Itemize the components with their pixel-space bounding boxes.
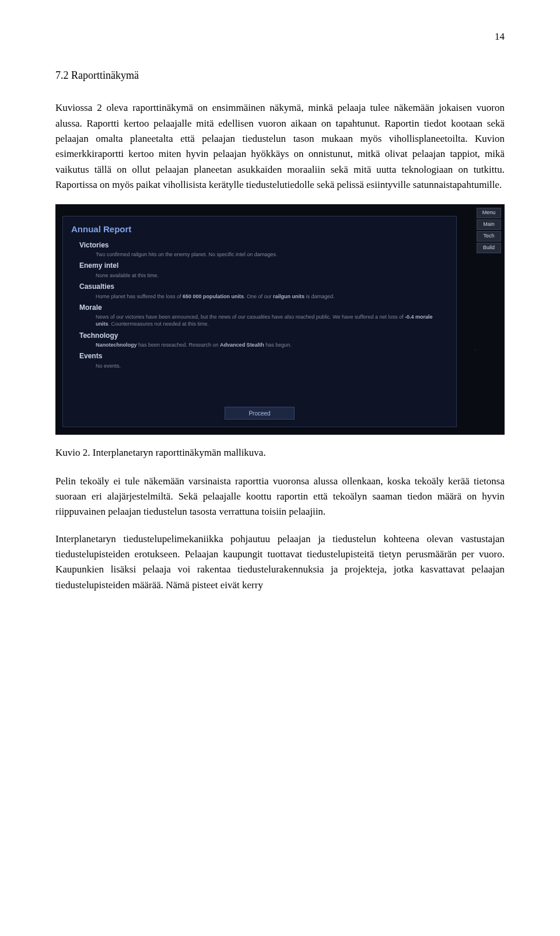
paragraph-2: Pelin tekoäly ei tule näkemään varsinais…	[55, 474, 505, 520]
paragraph-1: Kuviossa 2 oleva raporttinäkymä on ensim…	[55, 100, 505, 193]
label-casualties: Casualties	[79, 281, 447, 292]
value-morale: News of our victories have been announce…	[79, 313, 447, 327]
section-morale: Morale News of our victories have been a…	[63, 302, 456, 328]
value-casualties: Home planet has suffered the loss of 650…	[79, 293, 447, 300]
value-enemy-intel: None available at this time.	[79, 272, 447, 279]
paragraph-3: Interplanetaryn tiedustelupelimekaniikka…	[55, 532, 505, 593]
value-events: No events.	[79, 362, 447, 369]
label-technology: Technology	[79, 330, 447, 341]
report-panel: Annual Report Victories Two confirmed ra…	[62, 216, 457, 427]
label-victories: Victories	[79, 240, 447, 251]
figure-caption: Kuvio 2. Interplanetaryn raporttinäkymän…	[55, 445, 505, 460]
page-number: 14	[55, 29, 505, 44]
label-morale: Morale	[79, 302, 447, 313]
section-victories: Victories Two confirmed railgun hits on …	[63, 240, 456, 259]
section-events: Events No events.	[63, 351, 456, 369]
menu-button-main[interactable]: Main	[477, 219, 501, 230]
value-technology: Nanotechnology has been reseached. Resea…	[79, 341, 447, 348]
menu-button-build[interactable]: Build	[477, 243, 501, 253]
section-casualties: Casualties Home planet has suffered the …	[63, 281, 456, 300]
value-victories: Two confirmed railgun hits on the enemy …	[79, 251, 447, 258]
section-heading: 7.2 Raporttinäkymä	[55, 68, 505, 84]
menu-button-menu[interactable]: Menu	[477, 208, 501, 218]
label-events: Events	[79, 351, 447, 362]
side-menu: Menu Main Tech Build	[477, 208, 501, 253]
label-enemy-intel: Enemy intel	[79, 260, 447, 271]
report-title: Annual Report	[63, 221, 456, 239]
section-enemy-intel: Enemy intel None available at this time.	[63, 260, 456, 279]
menu-button-tech[interactable]: Tech	[477, 231, 501, 242]
game-screenshot: Annual Report Victories Two confirmed ra…	[55, 204, 505, 435]
proceed-button[interactable]: Proceed	[225, 407, 295, 420]
section-technology: Technology Nanotechnology has been resea…	[63, 330, 456, 349]
